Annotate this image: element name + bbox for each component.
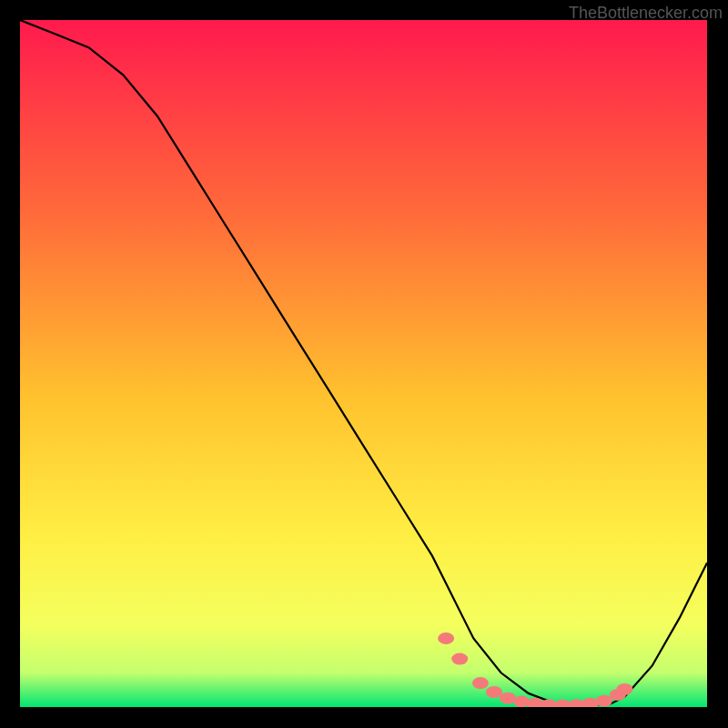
highlight-dot (486, 686, 502, 698)
highlight-dot (438, 632, 454, 644)
highlight-dot (596, 695, 612, 707)
plot-area (20, 20, 707, 707)
chart-container: TheBottlenecker.com (0, 0, 728, 728)
highlight-dots (20, 20, 707, 707)
highlight-dot (582, 698, 599, 707)
highlight-dot (513, 696, 530, 708)
highlight-dot (616, 683, 632, 695)
highlight-dot (472, 677, 489, 689)
highlight-dot (451, 653, 468, 665)
